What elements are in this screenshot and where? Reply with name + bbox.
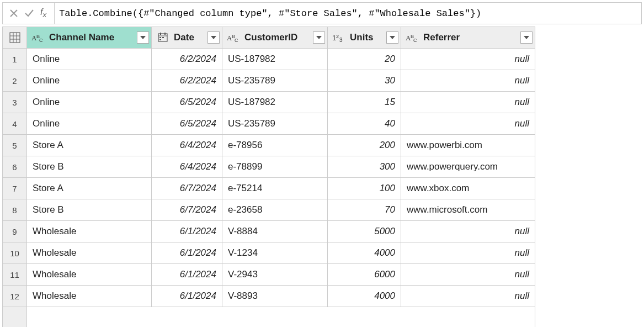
cell-date[interactable]: 6/1/2024 — [152, 242, 222, 264]
row-number[interactable]: 6 — [3, 156, 27, 178]
row-number[interactable]: 8 — [3, 199, 27, 221]
row-number[interactable]: 9 — [3, 221, 27, 242]
row-number[interactable]: 11 — [3, 264, 27, 286]
row-number[interactable]: 1 — [3, 49, 27, 70]
cancel-formula-button[interactable] — [7, 7, 20, 20]
cell-date[interactable]: 6/4/2024 — [152, 156, 222, 178]
row-number[interactable]: 3 — [3, 92, 27, 113]
cell-channel[interactable]: Online — [27, 92, 152, 113]
table-row[interactable]: 1Online6/2/2024US-18798220null — [3, 49, 535, 70]
formula-input[interactable] — [54, 3, 641, 24]
cell-units[interactable]: 15 — [328, 92, 401, 113]
cell-channel[interactable]: Store A — [27, 135, 152, 156]
cell-customerid[interactable]: US-235789 — [222, 70, 328, 92]
cell-referrer[interactable]: www.powerquery.com — [401, 156, 535, 178]
cell-units[interactable]: 70 — [328, 199, 401, 221]
table-row[interactable]: 8Store B6/7/2024e-2365870www.microsoft.c… — [3, 199, 535, 221]
table-row[interactable]: 3Online6/5/2024US-18798215null — [3, 92, 535, 113]
cell-channel[interactable]: Online — [27, 49, 152, 70]
filter-button[interactable] — [207, 31, 220, 44]
cell-units[interactable]: 100 — [328, 178, 401, 199]
cell-date[interactable]: 6/1/2024 — [152, 286, 222, 307]
filter-button[interactable] — [520, 31, 533, 44]
cell-channel[interactable]: Online — [27, 70, 152, 92]
cell-referrer[interactable]: null — [401, 70, 535, 92]
row-number[interactable]: 10 — [3, 242, 27, 264]
cell-referrer[interactable]: null — [401, 92, 535, 113]
formula-bar: fx — [2, 2, 642, 24]
cell-date[interactable]: 6/2/2024 — [152, 70, 222, 92]
cell-referrer[interactable]: www.powerbi.com — [401, 135, 535, 156]
cell-units[interactable]: 20 — [328, 49, 401, 70]
cell-units[interactable]: 30 — [328, 70, 401, 92]
row-number[interactable]: 2 — [3, 70, 27, 92]
table-row[interactable]: 2Online6/2/2024US-23578930null — [3, 70, 535, 92]
cell-units[interactable]: 6000 — [328, 264, 401, 286]
row-number[interactable]: 5 — [3, 135, 27, 156]
cell-date[interactable]: 6/5/2024 — [152, 92, 222, 113]
cell-referrer[interactable]: null — [401, 264, 535, 286]
cell-channel[interactable]: Store A — [27, 178, 152, 199]
cell-units[interactable]: 40 — [328, 113, 401, 135]
row-number[interactable]: 7 — [3, 178, 27, 199]
cell-referrer[interactable]: null — [401, 113, 535, 135]
cell-referrer[interactable]: null — [401, 242, 535, 264]
filter-button[interactable] — [313, 31, 325, 44]
column-header-customerid[interactable]: ABC CustomerID — [222, 27, 328, 49]
cell-channel[interactable]: Store B — [27, 156, 152, 178]
cell-customerid[interactable]: e-75214 — [222, 178, 328, 199]
cell-date[interactable]: 6/1/2024 — [152, 264, 222, 286]
cell-units[interactable]: 4000 — [328, 242, 401, 264]
cell-date[interactable]: 6/4/2024 — [152, 135, 222, 156]
cell-units[interactable]: 200 — [328, 135, 401, 156]
cell-units[interactable]: 5000 — [328, 221, 401, 242]
table-row[interactable]: 11Wholesale6/1/2024V-29436000null — [3, 264, 535, 286]
cell-customerid[interactable]: US-235789 — [222, 113, 328, 135]
table-row[interactable]: 12Wholesale6/1/2024V-88934000null — [3, 286, 535, 307]
cell-channel[interactable]: Wholesale — [27, 221, 152, 242]
cell-referrer[interactable]: null — [401, 221, 535, 242]
cell-channel[interactable]: Online — [27, 113, 152, 135]
select-all-corner[interactable] — [3, 27, 27, 49]
cell-channel[interactable]: Wholesale — [27, 264, 152, 286]
cell-units[interactable]: 4000 — [328, 286, 401, 307]
cell-referrer[interactable]: www.microsoft.com — [401, 199, 535, 221]
column-header-referrer[interactable]: ABC Referrer — [401, 27, 535, 49]
cell-customerid[interactable]: e-23658 — [222, 199, 328, 221]
table-row[interactable]: 9Wholesale6/1/2024V-88845000null — [3, 221, 535, 242]
cell-date[interactable]: 6/2/2024 — [152, 49, 222, 70]
cell-customerid[interactable]: V-2943 — [222, 264, 328, 286]
cell-customerid[interactable]: e-78899 — [222, 156, 328, 178]
cell-date[interactable]: 6/5/2024 — [152, 113, 222, 135]
table-row[interactable]: 6Store B6/4/2024e-78899300www.powerquery… — [3, 156, 535, 178]
cell-units[interactable]: 300 — [328, 156, 401, 178]
date-type-icon — [156, 32, 171, 43]
filter-button[interactable] — [386, 31, 398, 44]
filter-button[interactable] — [137, 31, 149, 44]
accept-formula-button[interactable] — [23, 7, 36, 20]
table-row[interactable]: 10Wholesale6/1/2024V-12344000null — [3, 242, 535, 264]
cell-date[interactable]: 6/1/2024 — [152, 221, 222, 242]
table-row[interactable]: 7Store A6/7/2024e-75214100www.xbox.com — [3, 178, 535, 199]
cell-channel[interactable]: Wholesale — [27, 242, 152, 264]
table-row[interactable]: 4Online6/5/2024US-23578940null — [3, 113, 535, 135]
table-row[interactable]: 5Store A6/4/2024e-78956200www.powerbi.co… — [3, 135, 535, 156]
cell-date[interactable]: 6/7/2024 — [152, 199, 222, 221]
cell-referrer[interactable]: www.xbox.com — [401, 178, 535, 199]
cell-channel[interactable]: Store B — [27, 199, 152, 221]
column-header-channel-name[interactable]: ABC Channel Name — [27, 27, 152, 49]
column-header-date[interactable]: Date — [152, 27, 222, 49]
cell-customerid[interactable]: V-8884 — [222, 221, 328, 242]
cell-customerid[interactable]: V-1234 — [222, 242, 328, 264]
cell-customerid[interactable]: US-187982 — [222, 49, 328, 70]
row-number[interactable]: 4 — [3, 113, 27, 135]
cell-channel[interactable]: Wholesale — [27, 286, 152, 307]
column-header-units[interactable]: 123 Units — [328, 27, 401, 49]
cell-referrer[interactable]: null — [401, 49, 535, 70]
cell-customerid[interactable]: V-8893 — [222, 286, 328, 307]
cell-customerid[interactable]: US-187982 — [222, 92, 328, 113]
cell-customerid[interactable]: e-78956 — [222, 135, 328, 156]
cell-referrer[interactable]: null — [401, 286, 535, 307]
row-number[interactable]: 12 — [3, 286, 27, 307]
cell-date[interactable]: 6/7/2024 — [152, 178, 222, 199]
